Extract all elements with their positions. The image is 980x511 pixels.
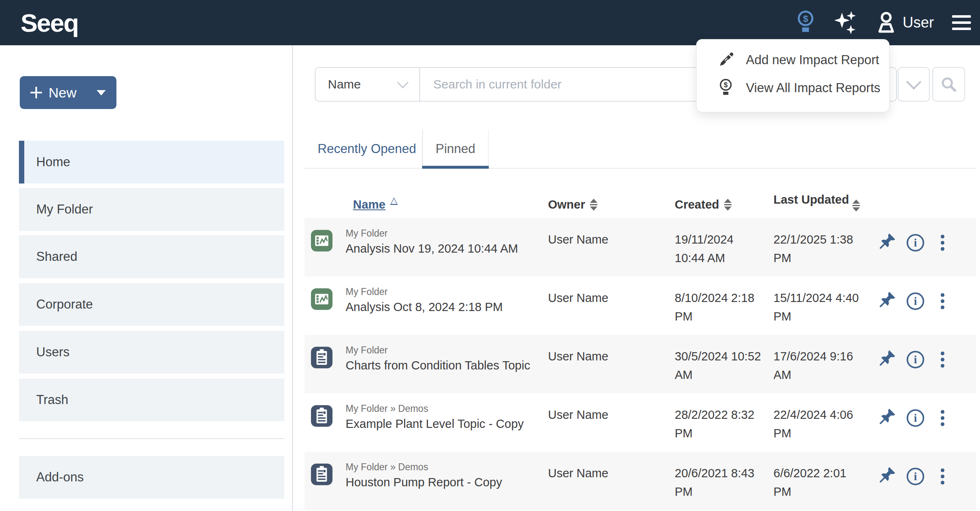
info-icon[interactable]: i bbox=[906, 233, 925, 253]
column-header-created[interactable]: Created bbox=[675, 198, 773, 211]
menu-item-add-impact-report[interactable]: Add new Impact Report bbox=[697, 46, 889, 74]
sidebar-item-shared[interactable]: Shared bbox=[19, 235, 284, 278]
pin-icon[interactable] bbox=[879, 408, 896, 425]
item-title-link[interactable]: Charts from Condition Tables Topic bbox=[346, 356, 539, 374]
pin-icon[interactable] bbox=[879, 350, 896, 366]
impact-report-lightbulb-icon[interactable]: $ bbox=[797, 10, 815, 35]
new-button-label: New bbox=[49, 85, 77, 101]
plus-icon bbox=[30, 87, 42, 98]
info-icon[interactable]: i bbox=[906, 467, 925, 486]
name-cell: My Folder » Demos Example Plant Level To… bbox=[304, 402, 548, 443]
table-row: My Folder Analysis Nov 19, 2024 10:44 AM… bbox=[304, 218, 976, 276]
kebab-menu-icon[interactable] bbox=[935, 350, 950, 369]
sidebar-item-label: Users bbox=[36, 345, 70, 360]
ai-sparkles-icon[interactable] bbox=[833, 10, 857, 35]
name-cell: My Folder Analysis Nov 19, 2024 10:44 AM bbox=[304, 227, 548, 267]
kebab-menu-icon[interactable] bbox=[935, 233, 950, 253]
sidebar-item-add-ons[interactable]: Add-ons bbox=[19, 456, 284, 499]
kebab-menu-icon[interactable] bbox=[935, 408, 950, 428]
name-cell: My Folder Analysis Oct 8, 2024 2:18 PM bbox=[304, 286, 548, 326]
active-tab-indicator bbox=[422, 166, 489, 169]
tab-label: Pinned bbox=[436, 142, 476, 156]
user-menu[interactable]: User bbox=[875, 11, 934, 34]
lightbulb-dollar-icon: $ bbox=[716, 78, 735, 98]
user-label: User bbox=[903, 14, 934, 31]
column-label: Created bbox=[675, 198, 719, 211]
name-cell: My Folder » Demos Houston Pump Report - … bbox=[304, 461, 548, 501]
item-folder-path: My Folder bbox=[346, 286, 539, 298]
seeq-home-screen: Seeq $ bbox=[0, 0, 980, 511]
item-folder-path: My Folder bbox=[346, 227, 539, 239]
sidebar-item-users[interactable]: Users bbox=[19, 331, 284, 374]
item-name-block: My Folder » Demos Houston Pump Report - … bbox=[346, 461, 539, 501]
search-icon bbox=[940, 75, 958, 93]
column-header-owner[interactable]: Owner bbox=[548, 198, 675, 211]
item-title-link[interactable]: Analysis Nov 19, 2024 10:44 AM bbox=[346, 239, 539, 258]
sidebar-item-label: Corporate bbox=[36, 297, 93, 312]
kebab-menu-icon[interactable] bbox=[935, 291, 950, 311]
item-title-link[interactable]: Analysis Oct 8, 2024 2:18 PM bbox=[346, 298, 539, 316]
item-title-link[interactable]: Example Plant Level Topic - Copy bbox=[346, 415, 539, 433]
created-cell: 8/10/2024 2:18 PM bbox=[675, 286, 773, 326]
tab-recently-opened[interactable]: Recently Opened bbox=[318, 130, 416, 168]
column-label: Owner bbox=[548, 198, 585, 211]
navbar-actions: $ User bbox=[797, 0, 971, 45]
menu-item-view-impact-reports[interactable]: $ View All Impact Reports bbox=[697, 74, 889, 102]
item-title-link[interactable]: Houston Pump Report - Copy bbox=[346, 473, 539, 491]
pin-icon[interactable] bbox=[879, 467, 896, 483]
column-header-name[interactable]: Name △ bbox=[304, 198, 548, 211]
search-options-button[interactable] bbox=[898, 67, 930, 102]
pin-icon[interactable] bbox=[879, 233, 896, 249]
info-icon[interactable]: i bbox=[906, 408, 925, 428]
sidebar-item-my-folder[interactable]: My Folder bbox=[19, 188, 284, 231]
seeq-logo[interactable]: Seeq bbox=[21, 0, 78, 45]
updated-cell: 22/1/2025 1:38 PM bbox=[773, 227, 876, 267]
search-filter-select[interactable]: Name bbox=[316, 68, 420, 101]
chevron-down-icon bbox=[397, 77, 409, 88]
svg-text:i: i bbox=[914, 353, 917, 366]
column-header-last-updated[interactable]: Last Updated bbox=[773, 193, 876, 211]
sort-icon bbox=[852, 200, 860, 211]
row-actions: i bbox=[876, 402, 976, 443]
new-button[interactable]: New bbox=[20, 76, 116, 109]
sort-ascending-icon: △ bbox=[390, 195, 397, 206]
sort-icon bbox=[724, 199, 732, 211]
svg-text:$: $ bbox=[803, 14, 808, 24]
column-label: Name bbox=[353, 198, 385, 211]
info-icon[interactable]: i bbox=[906, 291, 925, 311]
topic-icon bbox=[311, 346, 333, 369]
item-name-block: My Folder Charts from Condition Tables T… bbox=[346, 344, 539, 384]
updated-cell: 15/11/2024 4:40 PM bbox=[773, 286, 876, 326]
content-tabs: Recently Opened Pinned bbox=[304, 130, 976, 169]
table-row: My Folder » Demos Example Plant Level To… bbox=[304, 393, 976, 452]
table-row: My Folder » Demos Houston Pump Report - … bbox=[304, 452, 976, 510]
item-folder-path: My Folder bbox=[346, 344, 539, 356]
sidebar-item-trash[interactable]: Trash bbox=[19, 379, 284, 421]
pinned-items-table: Name △ Owner Created Last Updated bbox=[304, 177, 976, 510]
owner-cell: User Name bbox=[548, 227, 675, 267]
name-cell: My Folder Charts from Condition Tables T… bbox=[304, 344, 548, 384]
tab-pinned[interactable]: Pinned bbox=[422, 130, 489, 168]
row-actions: i bbox=[876, 344, 976, 384]
pencil-icon bbox=[716, 52, 735, 68]
tab-label: Recently Opened bbox=[318, 142, 416, 156]
info-icon[interactable]: i bbox=[906, 350, 925, 369]
sort-icon bbox=[590, 199, 597, 211]
sidebar-item-corporate[interactable]: Corporate bbox=[19, 283, 284, 326]
pin-icon[interactable] bbox=[879, 291, 896, 308]
sidebar-item-home[interactable]: Home bbox=[19, 141, 284, 183]
hamburger-menu-icon[interactable] bbox=[952, 15, 971, 30]
main-content: Name Recently Opened Pinned bbox=[294, 45, 980, 511]
owner-cell: User Name bbox=[548, 344, 675, 384]
item-folder-path: My Folder » Demos bbox=[346, 402, 539, 415]
owner-cell: User Name bbox=[548, 402, 675, 443]
kebab-menu-icon[interactable] bbox=[935, 467, 950, 486]
column-label: Last Updated bbox=[773, 193, 849, 206]
chevron-down-icon bbox=[906, 74, 922, 90]
updated-cell: 22/4/2024 4:06 PM bbox=[773, 402, 876, 443]
sidebar-item-label: Add-ons bbox=[36, 470, 84, 485]
sidebar-item-label: Trash bbox=[36, 393, 68, 407]
row-actions: i bbox=[876, 286, 976, 326]
row-actions: i bbox=[876, 227, 976, 267]
search-button[interactable] bbox=[932, 67, 965, 102]
